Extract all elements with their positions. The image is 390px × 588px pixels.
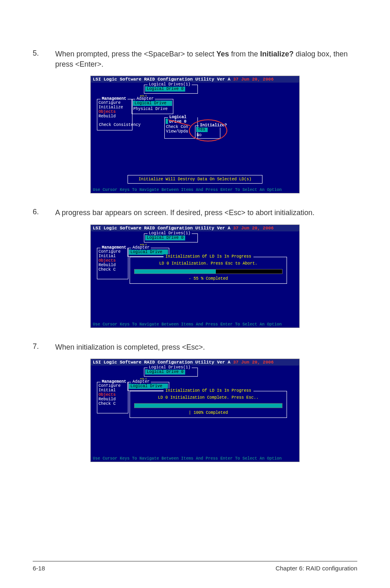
destroy-message-text: Initialize Will Destroy Data On Selected…	[139, 177, 251, 182]
rebuild-item-2: Rebuild	[97, 263, 128, 267]
step-7-number: 7.	[33, 342, 55, 352]
rebuild-item: Rebuild	[97, 114, 132, 119]
step-7-text: When initialization is completed, press …	[55, 342, 357, 352]
step-5-text-2: from the	[229, 50, 260, 58]
adapter-box-1: Adapter Logical Drive Physical Drive	[132, 99, 173, 114]
logical-drive-0-item-3: Logical Drive 0	[145, 369, 185, 375]
management-box-3: Management Configure Initial Objects Reb…	[97, 382, 128, 413]
initial-item-3: Initial	[97, 388, 128, 393]
management-label-2: Management	[101, 245, 128, 250]
progress-title-3: Initialization Of LD Is In Progress	[163, 388, 253, 393]
logical-drive-item-2: Logical Drive	[129, 249, 168, 255]
bios-2-footer: Use Cursor Keys To Navigate Between Item…	[91, 321, 299, 328]
bios-1-title: LSI Logic Software RAID Configuration Ut…	[91, 76, 299, 83]
logical-drive-0-item-1: Logical Drive 0	[145, 86, 185, 92]
progress-text-3: | 100% Completed	[130, 410, 287, 417]
progress-title-2: Initialization Of LD Is In Progress	[163, 254, 253, 259]
logical-drive-0-item-2: Logical Drive 0	[145, 235, 185, 240]
bios-1-title-ver: 37 Jun 20, 2006	[231, 77, 274, 82]
highlight-circle	[189, 119, 227, 141]
bios-2-title-ver: 37 Jun 20, 2006	[231, 226, 274, 231]
step-5-text-1: When prompted, press the <SpaceBar> to s…	[55, 50, 216, 58]
logical-drives-box-2: Logical Drives(1) Logical Drive 0	[144, 233, 198, 242]
progress-fill-3	[134, 404, 282, 408]
management-box-2: Management Configure Initial Objects Reb…	[97, 248, 128, 279]
configure-item-2: Configure	[97, 249, 128, 254]
adapter-label-3: Adapter	[131, 379, 151, 384]
step-5-bold-2: Initialize?	[260, 50, 294, 58]
logical-drives-label-1: Logical Drives(1)	[148, 82, 192, 87]
logical-drives-label-2: Logical Drives(1)	[148, 231, 192, 236]
bios-3-footer: Use Cursor Keys To Navigate Between Item…	[91, 456, 299, 462]
bios-3-title-prefix: LSI Logic Software RAID Configuration Ut…	[93, 360, 231, 365]
configure-item: Configure	[97, 101, 132, 105]
initialize-item: Initialize	[97, 105, 132, 110]
progress-fill-2	[134, 269, 216, 274]
footer-page-number: 6-18	[33, 565, 45, 572]
bios-3-title: LSI Logic Software RAID Configuration Ut…	[91, 359, 299, 366]
logical-drive-item-1: Logical Drive	[133, 101, 172, 106]
logical-drive-item-3: Logical Drive	[129, 384, 168, 389]
adapter-label-2: Adapter	[131, 245, 151, 250]
ld0-submenu-title: Logical Drive 0	[168, 115, 197, 124]
step-5-bold-1: Yes	[216, 50, 229, 58]
bios-2-title-prefix: LSI Logic Software RAID Configuration Ut…	[93, 226, 231, 231]
step-6: 6. A progress bar appears on screen. If …	[33, 208, 357, 218]
logical-drives-box-1: Logical Drives(1) Logical Drive 0	[144, 85, 198, 94]
bios-3-title-ver: 37 Jun 20, 2006	[231, 360, 274, 365]
objects-item-3: Objects	[97, 393, 128, 397]
objects-item: Objects	[97, 110, 132, 114]
objects-item-2: Objects	[97, 258, 128, 263]
check-c-item-2: Check C	[97, 267, 128, 272]
progress-box-3: Initialization Of LD Is In Progress LD 0…	[130, 391, 287, 418]
check-consistency-1: Check Consistency	[99, 123, 141, 127]
progress-box-2: Initialization Of LD Is In Progress LD 0…	[130, 257, 287, 284]
step-7: 7. When initialization is completed, pre…	[33, 342, 357, 352]
progress-bar-2	[134, 269, 282, 274]
progress-text-2: - 55 % Completed	[130, 276, 287, 283]
step-6-text: A progress bar appears on screen. If des…	[55, 208, 357, 218]
destroy-message: Initialize Will Destroy Data On Selected…	[128, 175, 262, 184]
progress-bar-3	[134, 403, 282, 408]
step-6-number: 6.	[33, 208, 55, 218]
physical-drive-item-1: Physical Drive	[132, 107, 173, 111]
step-5: 5. When prompted, press the <SpaceBar> t…	[33, 49, 357, 70]
bios-screenshot-1: LSI Logic Software RAID Configuration Ut…	[90, 76, 300, 193]
page-footer: 6-18 Chapter 6: RAID configuration	[33, 561, 357, 572]
adapter-label-1: Adapter	[135, 97, 155, 101]
bios-screenshot-2: LSI Logic Software RAID Configuration Ut…	[90, 224, 300, 328]
configure-item-3: Configure	[97, 384, 128, 388]
bios-1-footer: Use Cursor Keys To Navigate Between Item…	[91, 187, 299, 193]
management-label: Management	[101, 97, 128, 101]
initial-item-2: Initial	[97, 254, 128, 258]
footer-chapter-title: Chapter 6: RAID configuration	[276, 565, 357, 572]
bios-1-title-prefix: LSI Logic Software RAID Configuration Ut…	[93, 77, 231, 82]
bios-2-title: LSI Logic Software RAID Configuration Ut…	[91, 225, 299, 231]
logical-drives-box-3: Logical Drives(1) Logical Drive 0	[144, 368, 198, 377]
management-label-3: Management	[101, 379, 128, 384]
check-c-item-3: Check C	[97, 402, 128, 406]
rebuild-item-3: Rebuild	[97, 397, 128, 402]
step-5-number: 5.	[33, 49, 55, 70]
step-5-text: When prompted, press the <SpaceBar> to s…	[55, 49, 357, 70]
logical-drives-label-3: Logical Drives(1)	[148, 365, 192, 370]
bios-screenshot-3: LSI Logic Software RAID Configuration Ut…	[90, 359, 300, 462]
